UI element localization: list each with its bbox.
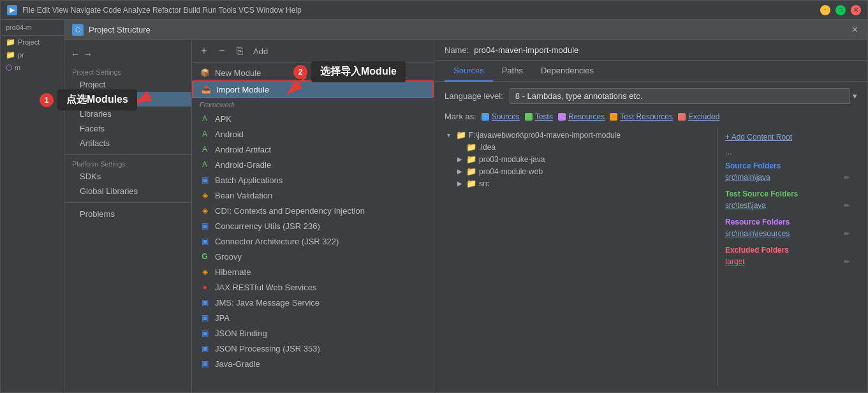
idea-node[interactable]: 📁 .idea xyxy=(455,141,710,153)
pro03-node[interactable]: ▶ 📁 pro03-moduke-java xyxy=(455,153,710,165)
tab-sources[interactable]: Sources xyxy=(445,61,493,82)
concurrency-item[interactable]: ▣ Concurrency Utils (JSR 236) xyxy=(192,218,434,234)
source-edit-icon[interactable]: ✏ xyxy=(844,174,850,182)
groovy-item[interactable]: G Groovy xyxy=(192,249,434,264)
src-test-java-path[interactable]: src\test\java xyxy=(725,201,766,210)
select-arrow-icon: ▾ xyxy=(853,91,857,101)
batch-apps-item[interactable]: ▣ Batch Applications xyxy=(192,172,434,188)
cdi-icon: ◈ xyxy=(200,205,210,216)
mark-tests-button[interactable]: Tests xyxy=(525,112,553,121)
cdi-item[interactable]: ◈ CDI: Contexts and Dependency Injection xyxy=(192,203,434,218)
sidebar-item-problems[interactable]: Problems xyxy=(64,207,191,221)
ide-m-item[interactable]: ⬡ m xyxy=(1,61,64,74)
android-item[interactable]: A Android xyxy=(192,126,434,142)
bean-validation-icon: ◈ xyxy=(200,190,210,200)
mark-resources-button[interactable]: Resources xyxy=(558,112,605,121)
jax-item[interactable]: ● JAX RESTful Web Services xyxy=(192,279,434,295)
android-artifact-item[interactable]: A Android Artifact xyxy=(192,142,434,157)
right-panel-header: Name: pro04-maven-import-module xyxy=(434,40,867,61)
new-module-item[interactable]: 📦 New Module xyxy=(192,65,434,80)
android-artifact-icon: A xyxy=(200,144,210,154)
sidebar-item-global-libraries[interactable]: Global Libraries xyxy=(64,184,191,198)
minimize-button[interactable]: − xyxy=(820,5,830,15)
ide-project-item[interactable]: 📁 Project xyxy=(1,36,64,48)
excluded-edit-icon[interactable]: ✏ xyxy=(844,258,850,266)
sidebar-item-sdks[interactable]: SDKs xyxy=(64,169,191,184)
src-node[interactable]: ▶ 📁 src xyxy=(455,177,710,189)
ide-panel: pro04-m 📁 Project 📁 pr ⬡ m xyxy=(1,20,64,392)
close-button[interactable]: ✕ xyxy=(851,5,861,15)
tab-dependencies[interactable]: Dependencies xyxy=(532,61,603,82)
apk-item[interactable]: A APK xyxy=(192,111,434,126)
connector-item[interactable]: ▣ Connector Architecture (JSR 322) xyxy=(192,234,434,249)
hibernate-item[interactable]: ◈ Hibernate xyxy=(192,264,434,279)
ide-proj-text: Project xyxy=(18,38,40,46)
three-dots[interactable]: ... xyxy=(725,147,850,156)
excluded-folders-title: Excluded Folders xyxy=(725,246,850,255)
android-gradle-item[interactable]: A Android-Gradle xyxy=(192,157,434,172)
json-processing-label: JSON Processing (JSR 353) xyxy=(215,344,320,353)
sidebar-item-modules[interactable]: Modules xyxy=(64,92,191,107)
ide-title-bar: ▶ File Edit View Navigate Code Analyze R… xyxy=(1,1,867,20)
import-module-item[interactable]: 📥 Import Module xyxy=(192,80,434,98)
tree-root-node[interactable]: ▾ 📁 F:\javawebwork\pro04-maven-import-mo… xyxy=(445,128,710,191)
sidebar-item-project[interactable]: Project xyxy=(64,77,191,92)
android-icon: A xyxy=(200,129,210,139)
json-processing-item[interactable]: ▣ JSON Processing (JSR 353) xyxy=(192,341,434,356)
android-label: Android xyxy=(215,130,244,139)
resources-color-icon xyxy=(558,113,566,121)
ide-pr-item[interactable]: 📁 pr xyxy=(1,48,64,61)
dialog-close-button[interactable]: ✕ xyxy=(850,25,860,35)
jms-item[interactable]: ▣ JMS: Java Message Service xyxy=(192,295,434,310)
project-label: pro04-m xyxy=(6,24,32,31)
src-main-java-path[interactable]: src\main\java xyxy=(725,173,770,182)
sidebar-item-libraries[interactable]: Libraries xyxy=(64,107,191,121)
language-level-select[interactable]: 8 - Lambdas, type annotations etc. xyxy=(510,88,850,104)
mark-sources-button[interactable]: Sources xyxy=(482,112,520,121)
src-main-resources-path[interactable]: src\main\resources xyxy=(725,229,790,238)
mark-excluded-button[interactable]: Excluded xyxy=(678,112,719,121)
src-text: src xyxy=(479,179,489,188)
project-settings-label: Project Settings xyxy=(64,67,191,77)
tab-content-sources: Language level: 8 - Lambdas, type annota… xyxy=(434,82,867,392)
jax-icon: ● xyxy=(200,282,210,292)
pro04-chevron-icon: ▶ xyxy=(457,168,464,175)
concurrency-icon: ▣ xyxy=(200,221,210,231)
app-window: ▶ File Edit View Navigate Code Analyze R… xyxy=(0,0,868,393)
json-binding-item[interactable]: ▣ JSON Binding xyxy=(192,325,434,341)
jpa-item[interactable]: ▣ JPA xyxy=(192,310,434,325)
forward-arrow[interactable]: → xyxy=(84,49,92,59)
mark-sources-label: Sources xyxy=(492,112,520,121)
module-name-value: pro04-maven-import-module xyxy=(474,45,578,55)
test-source-folders-title: Test Source Folders xyxy=(725,189,850,198)
mark-test-resources-button[interactable]: Test Resources xyxy=(610,112,673,121)
sidebar-item-artifacts[interactable]: Artifacts xyxy=(64,136,191,151)
project-structure-dialog: ⬡ Project Structure ✕ ← → Project Settin… xyxy=(64,20,867,392)
bean-validation-item[interactable]: ◈ Bean Validation xyxy=(192,188,434,203)
pro04-folder-icon: 📁 xyxy=(466,167,476,176)
remove-button[interactable]: − xyxy=(215,44,229,58)
pro04-node[interactable]: ▶ 📁 pro04-module-web xyxy=(455,165,710,177)
add-button[interactable]: + xyxy=(197,44,211,58)
android-gradle-label: Android-Gradle xyxy=(215,160,271,170)
pro03-folder-icon: 📁 xyxy=(466,154,476,164)
back-arrow[interactable]: ← xyxy=(71,49,80,59)
language-level-row: Language level: 8 - Lambdas, type annota… xyxy=(445,88,857,104)
maximize-button[interactable]: □ xyxy=(835,5,846,15)
sidebar-divider-2 xyxy=(64,202,191,203)
mark-resources-label: Resources xyxy=(568,112,605,121)
test-source-edit-icon[interactable]: ✏ xyxy=(844,202,850,210)
tree-root-row[interactable]: ▾ 📁 F:\javawebwork\pro04-maven-import-mo… xyxy=(445,129,710,141)
copy-button[interactable]: ⎘ xyxy=(233,44,247,58)
tab-paths[interactable]: Paths xyxy=(493,61,532,82)
resource-edit-icon[interactable]: ✏ xyxy=(844,230,850,238)
java-gradle-item[interactable]: ▣ Java-Gradle xyxy=(192,356,434,371)
module-list: 📦 New Module 📥 Import Module Framework A xyxy=(192,63,434,392)
batch-apps-label: Batch Applications xyxy=(215,175,283,185)
android-artifact-label: Android Artifact xyxy=(215,145,271,154)
target-path[interactable]: target xyxy=(725,257,745,266)
add-content-root-button[interactable]: + Add Content Root xyxy=(725,133,850,142)
module-toolbar: + − ⎘ Add xyxy=(192,40,434,63)
sidebar-item-facets[interactable]: Facets xyxy=(64,121,191,136)
root-path-text: F:\javawebwork\pro04-maven-import-module xyxy=(469,131,621,140)
